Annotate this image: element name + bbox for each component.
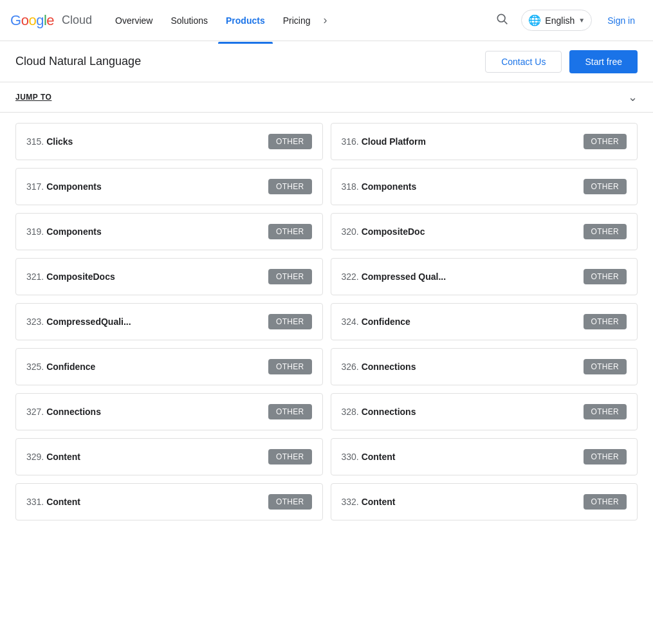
chevron-down-icon: ▼	[578, 17, 585, 24]
logo-link[interactable]: Google Cloud	[10, 12, 92, 29]
item-card: 324. ConfidenceOTHER	[331, 303, 638, 340]
item-label: 328. Connections	[342, 407, 416, 417]
other-badge[interactable]: OTHER	[268, 314, 312, 329]
nav-overview[interactable]: Overview	[107, 10, 160, 31]
item-number: 323.	[26, 317, 46, 327]
item-number: 331.	[26, 497, 46, 507]
nav-products[interactable]: Products	[218, 10, 273, 31]
jump-to-bar[interactable]: JUMP TO ⌄	[0, 82, 653, 113]
item-number: 324.	[342, 317, 362, 327]
item-name: Components	[46, 226, 102, 237]
item-name: Connections	[46, 407, 101, 417]
item-name: CompositeDocs	[46, 271, 115, 282]
other-badge[interactable]: OTHER	[584, 134, 627, 149]
item-label: 331. Content	[26, 497, 80, 507]
item-card: 329. ContentOTHER	[15, 438, 323, 475]
other-badge[interactable]: OTHER	[268, 269, 312, 284]
item-card: 328. ConnectionsOTHER	[331, 393, 638, 430]
nav-solutions[interactable]: Solutions	[163, 10, 216, 31]
item-number: 330.	[342, 452, 362, 462]
item-name: Compressed Qual...	[362, 271, 446, 282]
nav-pricing[interactable]: Pricing	[275, 10, 318, 31]
item-number: 321.	[26, 271, 46, 282]
item-name: Content	[362, 497, 396, 507]
other-badge[interactable]: OTHER	[584, 269, 627, 284]
item-name: Confidence	[46, 362, 95, 372]
item-card: 318. ComponentsOTHER	[331, 168, 638, 205]
main-content: 315. ClicksOTHER316. Cloud PlatformOTHER…	[0, 113, 653, 531]
other-badge[interactable]: OTHER	[584, 404, 627, 419]
item-card: 321. CompositeDocsOTHER	[15, 258, 323, 295]
item-card: 331. ContentOTHER	[15, 483, 323, 520]
item-name: Content	[362, 452, 396, 462]
item-number: 327.	[26, 407, 46, 417]
item-label: 319. Components	[26, 226, 102, 237]
search-icon	[495, 12, 508, 25]
item-name: Components	[362, 181, 417, 192]
item-name: Confidence	[362, 317, 410, 327]
item-label: 320. CompositeDoc	[342, 226, 425, 237]
other-badge[interactable]: OTHER	[584, 314, 627, 329]
language-selector[interactable]: 🌐 English ▼	[521, 10, 592, 31]
item-number: 332.	[342, 497, 362, 507]
item-number: 317.	[26, 181, 46, 192]
item-name: Content	[46, 452, 80, 462]
sign-in-link[interactable]: Sign in	[600, 10, 643, 31]
item-label: 329. Content	[26, 452, 80, 462]
item-number: 315.	[26, 136, 46, 147]
item-card: 322. Compressed Qual...OTHER	[331, 258, 638, 295]
other-badge[interactable]: OTHER	[268, 134, 312, 149]
item-number: 318.	[342, 181, 362, 192]
item-label: 324. Confidence	[342, 317, 410, 327]
globe-icon: 🌐	[528, 14, 541, 26]
item-name: Components	[46, 181, 102, 192]
jump-to-label: JUMP TO	[15, 93, 51, 102]
search-button[interactable]	[490, 7, 513, 33]
other-badge[interactable]: OTHER	[584, 359, 627, 374]
item-name: Clicks	[46, 136, 73, 147]
item-card: 332. ContentOTHER	[331, 483, 638, 520]
language-label: English	[545, 15, 575, 26]
nav-links: Overview Solutions Products Pricing ›	[107, 8, 485, 32]
item-label: 322. Compressed Qual...	[342, 271, 446, 282]
item-label: 317. Components	[26, 181, 102, 192]
other-badge[interactable]: OTHER	[268, 449, 312, 465]
item-card: 316. Cloud PlatformOTHER	[331, 123, 638, 160]
svg-point-0	[498, 14, 506, 22]
item-label: 323. CompressedQuali...	[26, 317, 131, 327]
item-card: 323. CompressedQuali...OTHER	[15, 303, 323, 340]
item-number: 316.	[342, 136, 362, 147]
other-badge[interactable]: OTHER	[584, 224, 627, 239]
other-badge[interactable]: OTHER	[268, 359, 312, 374]
sub-header-actions: Contact Us Start free	[485, 50, 638, 73]
nav-more-button[interactable]: ›	[320, 8, 329, 32]
other-badge[interactable]: OTHER	[268, 404, 312, 419]
item-name: Connections	[362, 362, 416, 372]
jump-to-chevron-icon: ⌄	[628, 90, 638, 104]
google-logo: Google	[10, 12, 54, 29]
item-card: 319. ComponentsOTHER	[15, 213, 323, 250]
sub-header: Cloud Natural Language Contact Us Start …	[0, 41, 653, 82]
item-label: 318. Components	[342, 181, 417, 192]
item-label: 332. Content	[342, 497, 396, 507]
other-badge[interactable]: OTHER	[268, 224, 312, 239]
other-badge[interactable]: OTHER	[268, 494, 312, 510]
other-badge[interactable]: OTHER	[584, 494, 627, 510]
other-badge[interactable]: OTHER	[268, 179, 312, 194]
other-badge[interactable]: OTHER	[584, 449, 627, 465]
item-name: Content	[46, 497, 80, 507]
item-card: 326. ConnectionsOTHER	[331, 348, 638, 385]
item-card: 317. ComponentsOTHER	[15, 168, 323, 205]
item-label: 327. Connections	[26, 407, 101, 417]
item-label: 330. Content	[342, 452, 396, 462]
other-badge[interactable]: OTHER	[584, 179, 627, 194]
item-number: 322.	[342, 271, 362, 282]
item-number: 320.	[342, 226, 362, 237]
item-number: 329.	[26, 452, 46, 462]
item-label: 326. Connections	[342, 362, 416, 372]
item-card: 330. ContentOTHER	[331, 438, 638, 475]
contact-us-button[interactable]: Contact Us	[485, 51, 562, 73]
nav-right-area: 🌐 English ▼ Sign in	[490, 7, 643, 33]
start-free-button[interactable]: Start free	[569, 50, 638, 73]
cloud-label: Cloud	[62, 14, 92, 27]
